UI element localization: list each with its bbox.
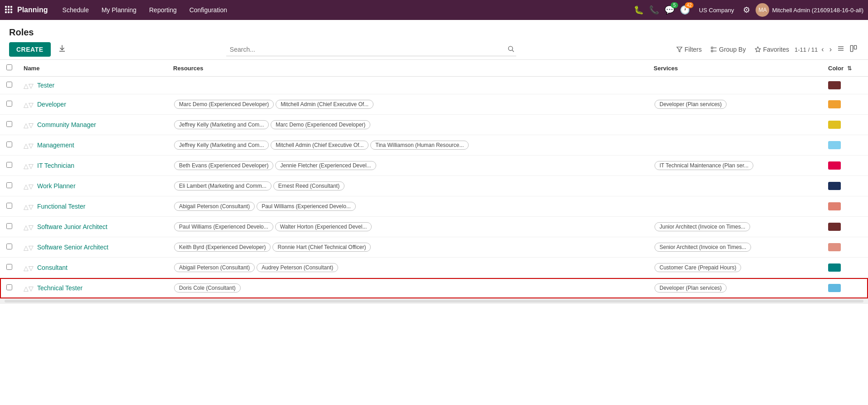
phone-icon[interactable]: 📞 bbox=[649, 5, 659, 15]
create-button[interactable]: CREATE bbox=[9, 42, 51, 57]
row-checkbox[interactable] bbox=[6, 182, 12, 188]
table-row[interactable]: △▽ConsultantAbigail Peterson (Consultant… bbox=[0, 258, 868, 278]
drag-handle[interactable]: △▽ bbox=[24, 203, 34, 210]
resource-tag[interactable]: Paul Williams (Experienced Develo... bbox=[257, 202, 356, 211]
prev-page-button[interactable]: ‹ bbox=[820, 44, 825, 54]
resource-tag[interactable]: Keith Byrd (Experienced Developer) bbox=[174, 243, 271, 252]
nav-reporting[interactable]: Reporting bbox=[144, 4, 182, 16]
resource-tag[interactable]: Tina Williamson (Human Resource... bbox=[370, 141, 469, 150]
row-color-cell[interactable] bbox=[823, 196, 868, 217]
user-menu[interactable]: MA Mitchell Admin (21609148-16-0-all) bbox=[756, 3, 863, 17]
color-swatch[interactable] bbox=[828, 223, 841, 231]
resource-tag[interactable]: Walter Horton (Experienced Devel... bbox=[275, 222, 372, 231]
drag-handle[interactable]: △▽ bbox=[24, 285, 34, 292]
color-swatch[interactable] bbox=[828, 182, 841, 190]
color-swatch[interactable] bbox=[828, 161, 841, 170]
color-swatch[interactable] bbox=[828, 121, 841, 129]
row-checkbox[interactable] bbox=[6, 264, 12, 270]
drag-handle[interactable]: △▽ bbox=[24, 264, 34, 272]
resource-tag[interactable]: Audrey Peterson (Consultant) bbox=[257, 263, 338, 272]
color-swatch[interactable] bbox=[828, 243, 841, 251]
table-row[interactable]: △▽Work PlannerEli Lambert (Marketing and… bbox=[0, 176, 868, 196]
color-swatch[interactable] bbox=[828, 81, 841, 89]
company-name[interactable]: US Company bbox=[699, 7, 734, 14]
filters-button[interactable]: Filters bbox=[673, 44, 705, 55]
row-name[interactable]: Software Junior Architect bbox=[37, 223, 107, 230]
service-tag[interactable]: Junior Architect (Invoice on Times... bbox=[655, 222, 750, 231]
color-swatch[interactable] bbox=[828, 263, 841, 272]
resource-tag[interactable]: Marc Demo (Experienced Developer) bbox=[174, 100, 274, 109]
color-swatch[interactable] bbox=[828, 284, 841, 292]
search-input[interactable] bbox=[226, 43, 516, 56]
row-checkbox[interactable] bbox=[6, 284, 12, 290]
row-color-cell[interactable] bbox=[823, 258, 868, 278]
row-checkbox[interactable] bbox=[6, 203, 12, 209]
row-color-cell[interactable] bbox=[823, 176, 868, 196]
row-name[interactable]: Software Senior Architect bbox=[37, 244, 108, 251]
resource-tag[interactable]: Doris Cole (Consultant) bbox=[174, 283, 241, 293]
resource-tag[interactable]: Abigail Peterson (Consultant) bbox=[174, 263, 255, 272]
drag-handle[interactable]: △▽ bbox=[24, 122, 34, 129]
resource-tag[interactable]: Marc Demo (Experienced Developer) bbox=[271, 120, 370, 129]
table-row[interactable]: △▽Tester bbox=[0, 77, 868, 94]
drag-handle[interactable]: △▽ bbox=[24, 142, 34, 149]
nav-schedule[interactable]: Schedule bbox=[57, 4, 94, 16]
table-row[interactable]: △▽Community ManagerJeffrey Kelly (Market… bbox=[0, 115, 868, 135]
groupby-button[interactable]: Group By bbox=[707, 44, 749, 55]
grid-icon[interactable] bbox=[5, 5, 13, 15]
select-all-header[interactable] bbox=[0, 60, 18, 77]
chat-icon[interactable]: 💬 5 bbox=[664, 5, 674, 15]
row-name[interactable]: Functional Tester bbox=[37, 203, 85, 210]
row-checkbox[interactable] bbox=[6, 223, 12, 229]
drag-handle[interactable]: △▽ bbox=[24, 183, 34, 190]
table-row[interactable]: △▽Software Senior ArchitectKeith Byrd (E… bbox=[0, 237, 868, 258]
resource-tag[interactable]: Abigail Peterson (Consultant) bbox=[174, 202, 255, 211]
service-tag[interactable]: Customer Care (Prepaid Hours) bbox=[655, 263, 741, 272]
row-color-cell[interactable] bbox=[823, 237, 868, 258]
row-name[interactable]: Community Manager bbox=[37, 121, 96, 128]
table-row[interactable]: △▽ManagementJeffrey Kelly (Marketing and… bbox=[0, 135, 868, 156]
resource-tag[interactable]: Jeffrey Kelly (Marketing and Com... bbox=[174, 120, 269, 129]
row-color-cell[interactable] bbox=[823, 115, 868, 135]
nav-configuration[interactable]: Configuration bbox=[184, 4, 233, 16]
activity-icon[interactable]: 🕐 42 bbox=[680, 5, 690, 15]
row-color-cell[interactable] bbox=[823, 94, 868, 115]
resource-tag[interactable]: Jennie Fletcher (Experienced Devel... bbox=[275, 161, 376, 170]
table-row[interactable]: △▽Technical TesterDoris Cole (Consultant… bbox=[0, 278, 868, 298]
settings-icon[interactable]: ⚙ bbox=[743, 5, 750, 15]
resource-tag[interactable]: Jeffrey Kelly (Marketing and Com... bbox=[174, 141, 269, 150]
drag-handle[interactable]: △▽ bbox=[24, 101, 34, 108]
resource-tag[interactable]: Mitchell Admin (Chief Executive Of... bbox=[276, 100, 373, 109]
drag-handle[interactable]: △▽ bbox=[24, 244, 34, 251]
row-checkbox[interactable] bbox=[6, 101, 12, 107]
drag-handle[interactable]: △▽ bbox=[24, 82, 34, 89]
favorites-button[interactable]: Favorites bbox=[751, 44, 793, 55]
drag-handle[interactable]: △▽ bbox=[24, 224, 34, 231]
download-button[interactable] bbox=[54, 43, 70, 57]
color-swatch[interactable] bbox=[828, 141, 841, 149]
resource-tag[interactable]: Paul Williams (Experienced Develo... bbox=[174, 222, 273, 231]
color-swatch[interactable] bbox=[828, 202, 841, 210]
kanban-view-button[interactable] bbox=[848, 43, 859, 56]
nav-my-planning[interactable]: My Planning bbox=[96, 4, 142, 16]
row-name[interactable]: Technical Tester bbox=[37, 284, 82, 292]
row-checkbox[interactable] bbox=[6, 244, 12, 249]
row-checkbox[interactable] bbox=[6, 121, 12, 127]
select-all-checkbox[interactable] bbox=[6, 64, 12, 70]
row-color-cell[interactable] bbox=[823, 135, 868, 156]
resource-tag[interactable]: Mitchell Admin (Chief Executive Of... bbox=[271, 141, 369, 150]
row-color-cell[interactable] bbox=[823, 278, 868, 298]
search-button[interactable] bbox=[507, 45, 514, 54]
table-row[interactable]: △▽Functional TesterAbigail Peterson (Con… bbox=[0, 196, 868, 217]
next-page-button[interactable]: › bbox=[828, 44, 834, 54]
row-color-cell[interactable] bbox=[823, 217, 868, 237]
row-checkbox[interactable] bbox=[6, 162, 12, 168]
table-row[interactable]: △▽Software Junior ArchitectPaul Williams… bbox=[0, 217, 868, 237]
row-checkbox[interactable] bbox=[6, 142, 12, 147]
table-row[interactable]: △▽IT TechnicianBeth Evans (Experienced D… bbox=[0, 156, 868, 176]
bug-icon[interactable]: 🐛 bbox=[634, 5, 644, 15]
row-color-cell[interactable] bbox=[823, 77, 868, 94]
service-tag[interactable]: Developer (Plan services) bbox=[655, 283, 727, 293]
scrollbar[interactable] bbox=[0, 298, 868, 304]
row-name[interactable]: IT Technician bbox=[37, 162, 74, 169]
